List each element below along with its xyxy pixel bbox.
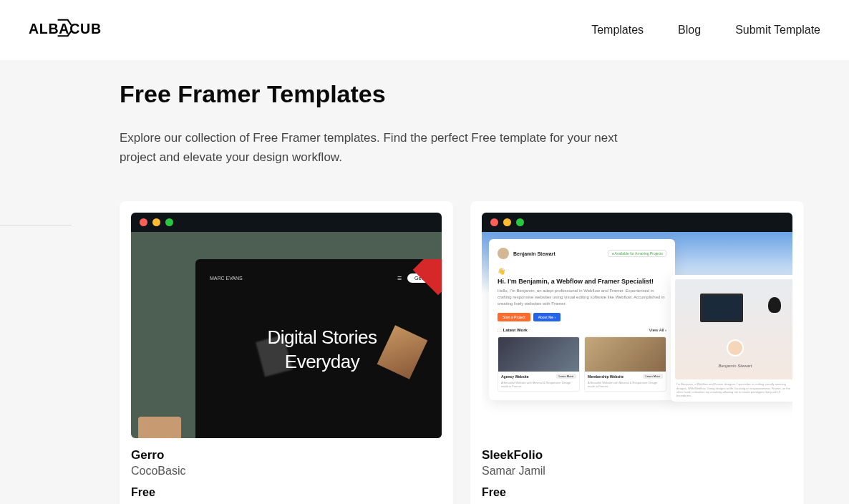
preview-bio-text: I'm Benjamin, a Webflow and Framer desig… [675,379,792,397]
template-preview: Benjamin Stewart ● Available for Amazing… [482,232,792,438]
monitor-icon [700,294,743,322]
template-card-gerro[interactable]: MARC EVANS ☰ Gerro Digital Stories [120,201,453,504]
template-price: Free [131,486,442,499]
avatar-icon [727,339,744,357]
svg-text:ALBACUB: ALBACUB [29,21,102,37]
template-author: CocoBasic [131,465,442,478]
template-card-sleekfolio[interactable]: Benjamin Stewart ● Available for Amazing… [470,201,804,504]
hamburger-icon: ☰ [397,276,402,281]
template-title: SleekFolio [482,448,792,462]
preview-panel-secondary: ● Available for Amazing Projects Benjami… [671,275,792,402]
view-all-link: View All › [649,328,666,332]
brand-logo[interactable]: ALBACUB [29,15,129,45]
template-grid: MARC EVANS ☰ Gerro Digital Stories [120,201,804,504]
window-close-icon [490,218,498,226]
preview-hero-body: Hello, I'm Benjamin, an adept profession… [498,288,666,307]
preview-primary-button: Start a Project [498,313,530,321]
sparkle-icon: ⬚ [498,328,502,332]
preview-hero-text: Digital Stories Everyday [210,326,435,374]
sidebar [0,60,89,504]
signature: Benjamin Stewart [718,364,752,368]
work-thumbnail: Agency Website Learn More A Beautiful We… [498,336,580,392]
template-price: Free [482,486,792,499]
headphones-icon [768,297,781,313]
window-zoom-icon [165,218,173,226]
window-close-icon [140,218,147,226]
main-content: Free Framer Templates Explore our collec… [89,60,834,504]
template-preview: MARC EVANS ☰ Gerro Digital Stories [131,232,442,438]
preview-person-name: Benjamin Stewart [513,251,556,256]
template-author: Samar Jamil [482,465,792,478]
availability-badge: ● Available for Amazing Projects [608,250,666,257]
preview-window: Benjamin Stewart ● Available for Amazing… [482,213,792,438]
work-thumbnail: Membership Website Learn More A Beautifu… [584,336,666,392]
wave-emoji-icon: 👋 [498,268,666,275]
preview-window: MARC EVANS ☰ Gerro Digital Stories [131,213,442,438]
page-description: Explore our collection of Free Framer te… [120,128,649,167]
preview-brand: MARC EVANS [210,276,243,281]
template-title: Gerro [131,448,442,462]
header: ALBACUB Templates Blog Submit Template [0,0,849,60]
window-minimize-icon [503,218,511,226]
sidebar-divider [0,225,72,226]
preview-secondary-button: About Me › [533,313,561,321]
window-title-bar [131,213,442,232]
main-nav: Templates Blog Submit Template [591,24,820,37]
page-title: Free Framer Templates [120,80,804,108]
logo-svg: ALBACUB [29,15,129,41]
nav-templates[interactable]: Templates [591,24,644,37]
avatar-icon [498,248,509,259]
preview-panel-primary: Benjamin Stewart ● Available for Amazing… [489,239,675,400]
window-minimize-icon [152,218,160,226]
nav-blog[interactable]: Blog [678,24,701,37]
preview-hero-title: Hi. I'm Benjamin, a Webflow and Framer S… [498,278,666,285]
nav-submit-template[interactable]: Submit Template [735,24,820,37]
window-title-bar [482,213,792,232]
window-zoom-icon [516,218,524,226]
